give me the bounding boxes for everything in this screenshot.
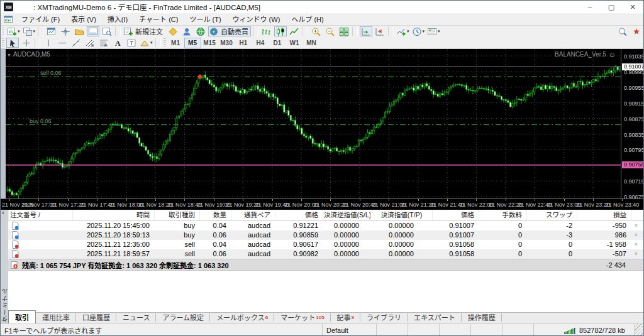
menu-item[interactable]: ヘルプ (H) bbox=[286, 14, 329, 25]
line-chart-button[interactable] bbox=[288, 26, 301, 36]
column-header[interactable]: 時間 bbox=[72, 210, 154, 220]
status-profile[interactable]: Default bbox=[323, 324, 377, 336]
terminal-tab-item[interactable]: 運用比率 bbox=[36, 312, 76, 323]
timeframe-button-m30[interactable]: M30 bbox=[218, 38, 235, 48]
new-order-button[interactable]: 新規注文 bbox=[123, 26, 165, 36]
column-header[interactable]: 数量 bbox=[199, 210, 231, 220]
terminal-close-icon[interactable]: × bbox=[1, 210, 4, 216]
column-header[interactable]: 注文番号 / bbox=[8, 210, 72, 220]
terminal-tab-item[interactable]: マーケット105 bbox=[274, 312, 330, 323]
column-header[interactable]: 決済指値(T/P) bbox=[370, 210, 432, 220]
toolbar-drag-handle[interactable] bbox=[2, 27, 4, 36]
community-button[interactable] bbox=[180, 26, 193, 36]
status-connection[interactable]: 852782/728 kb bbox=[560, 324, 635, 336]
text-label-button[interactable]: T bbox=[125, 38, 138, 48]
terminal-tab-active[interactable]: 取引 bbox=[8, 310, 36, 323]
shapes-button[interactable]: ▾ bbox=[139, 38, 153, 48]
candlestick-chart[interactable] bbox=[6, 49, 621, 198]
timeframe-button-h4[interactable]: H4 bbox=[252, 38, 269, 48]
trade-row[interactable]: 2025.11.21 12:35:00sell0.04audcad0.90617… bbox=[8, 240, 643, 249]
terminal-tab-item[interactable]: 口座履歴 bbox=[76, 312, 116, 323]
expert-advisor-label[interactable]: BALANCEA_Ver.5 ☺ bbox=[555, 51, 616, 58]
candle-chart-button[interactable] bbox=[274, 26, 287, 36]
trade-row[interactable]: 2025.11.20 18:59:13buy0.06audcad0.908590… bbox=[8, 230, 643, 240]
maximize-button[interactable]: ▢ bbox=[601, 1, 622, 13]
toolbar-drag-handle[interactable] bbox=[2, 38, 4, 47]
column-header[interactable]: 取引種別 bbox=[154, 210, 199, 220]
zoom-in-button[interactable] bbox=[310, 26, 323, 36]
search-button[interactable] bbox=[616, 26, 629, 36]
profiles-button[interactable]: ▾ bbox=[22, 26, 36, 36]
trade-row[interactable]: 2025.11.21 18:59:57sell0.06audcad0.90982… bbox=[8, 249, 643, 259]
close-button[interactable]: ✕ bbox=[622, 1, 643, 13]
timeframe-button-h1[interactable]: H1 bbox=[235, 38, 252, 48]
menu-item[interactable]: ツール (T) bbox=[184, 14, 226, 25]
column-header[interactable]: 決済逆指値(S/L) bbox=[323, 210, 370, 220]
menu-item[interactable]: 表示 (V) bbox=[65, 14, 102, 25]
price-axis[interactable]: 0.910350.909950.909550.909150.908750.908… bbox=[621, 49, 644, 198]
menu-item[interactable]: チャート (C) bbox=[133, 14, 184, 25]
mql5-button[interactable] bbox=[194, 26, 207, 36]
data-window-button[interactable] bbox=[59, 26, 72, 36]
column-header[interactable]: 価格 bbox=[275, 210, 323, 220]
indicators-button[interactable]: ▾ bbox=[396, 26, 410, 36]
horizontal-line-button[interactable] bbox=[56, 38, 69, 48]
time-axis[interactable]: 21 Nov 202521 Nov 17:0021 Nov 17:2021 No… bbox=[1, 198, 643, 210]
terminal-tab-item[interactable]: ニュース bbox=[116, 312, 156, 323]
timeframe-button-m15[interactable]: M15 bbox=[201, 38, 218, 48]
terminal-tab-item[interactable]: アラーム設定 bbox=[156, 312, 210, 323]
column-header[interactable]: 通貨ペア bbox=[231, 210, 275, 220]
new-chart-button[interactable]: ▾ bbox=[6, 26, 21, 36]
crosshair-button[interactable] bbox=[20, 38, 33, 48]
periods-button[interactable]: ▾ bbox=[411, 26, 426, 36]
close-position-button[interactable]: × bbox=[631, 249, 643, 259]
column-header[interactable] bbox=[631, 210, 643, 220]
trendline-button[interactable] bbox=[70, 38, 82, 48]
vertical-line-button[interactable] bbox=[42, 38, 55, 48]
cursor-button[interactable] bbox=[6, 38, 19, 48]
column-header[interactable]: 価格 bbox=[432, 210, 479, 220]
trade-row[interactable]: 2025.11.20 15:45:00buy0.04audcad0.912210… bbox=[8, 221, 643, 230]
close-position-button[interactable]: × bbox=[631, 230, 643, 240]
terminal-button[interactable] bbox=[87, 26, 99, 36]
bar-chart-button[interactable] bbox=[260, 26, 273, 36]
column-header[interactable]: スワップ bbox=[526, 210, 577, 220]
chart-shift-button[interactable] bbox=[374, 26, 386, 36]
terminal-tab-item[interactable]: エキスパート bbox=[408, 312, 462, 323]
terminal-tab-item[interactable]: 記事9 bbox=[331, 312, 360, 323]
timeframe-button-w1[interactable]: W1 bbox=[286, 38, 303, 48]
close-position-button[interactable]: × bbox=[631, 221, 643, 230]
templates-button[interactable]: ▾ bbox=[426, 26, 441, 36]
equidistant-channel-button[interactable]: E bbox=[84, 38, 96, 48]
menu-item[interactable]: ファイル (F) bbox=[16, 14, 65, 25]
timeframe-button-d1[interactable]: D1 bbox=[269, 38, 286, 48]
close-position-button[interactable]: × bbox=[631, 240, 643, 249]
terminal-tab-item[interactable]: メールボックス6 bbox=[210, 312, 274, 323]
column-header[interactable]: 手数料 bbox=[479, 210, 526, 220]
trade-table-header[interactable]: 注文番号 /時間取引種別数量通貨ペア価格決済逆指値(S/L)決済指値(T/P)価… bbox=[8, 210, 643, 221]
text-button[interactable]: A bbox=[111, 38, 124, 48]
menu-item[interactable]: ウィンドウ (W) bbox=[227, 14, 286, 25]
auto-trading-button[interactable]: 自動売買 bbox=[208, 26, 251, 36]
timeframe-button-m5[interactable]: M5 bbox=[184, 38, 201, 48]
zoom-out-button[interactable] bbox=[324, 26, 336, 36]
chart-symbol-label[interactable]: ▼AUDCAD,M5 bbox=[7, 51, 50, 58]
toolbar-drag-handle[interactable] bbox=[164, 38, 166, 47]
terminal-tab-item[interactable]: 操作履歴 bbox=[462, 312, 502, 323]
timeframe-button-m1[interactable]: M1 bbox=[167, 38, 184, 48]
strategy-tester-button[interactable] bbox=[101, 26, 113, 36]
alerts-button[interactable] bbox=[630, 26, 643, 36]
column-header[interactable]: 損益 bbox=[577, 210, 631, 220]
navigator-button[interactable] bbox=[73, 26, 86, 36]
terminal-tab-item[interactable]: ライブラリ bbox=[360, 312, 408, 323]
fibonacci-button[interactable]: F bbox=[97, 38, 110, 48]
resize-grip[interactable] bbox=[635, 324, 643, 336]
market-watch-button[interactable] bbox=[45, 26, 58, 36]
chart-window[interactable]: ▼AUDCAD,M5 BALANCEA_Ver.5 ☺ 0.910350.909… bbox=[1, 49, 643, 210]
timeframe-button-mn[interactable]: MN bbox=[303, 38, 320, 48]
auto-scroll-button[interactable] bbox=[360, 26, 372, 36]
tile-windows-button[interactable] bbox=[338, 26, 350, 36]
metaeditor-button[interactable] bbox=[167, 26, 179, 36]
minimize-button[interactable]: – bbox=[579, 1, 601, 13]
menu-item[interactable]: 挿入(I) bbox=[102, 14, 133, 25]
